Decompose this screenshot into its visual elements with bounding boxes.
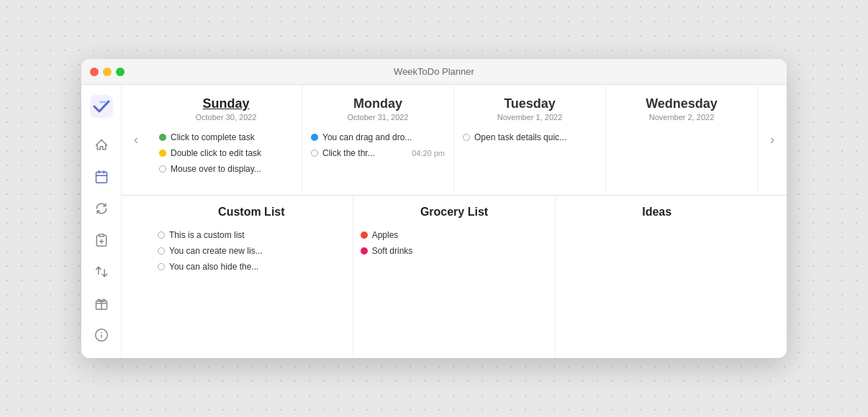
list-title-grocery: Grocery List [361,206,548,219]
list-dot [158,232,165,239]
task-text: Click the thr... [322,148,407,158]
task-text: Click to complete task [171,132,293,142]
list-dot [361,247,368,255]
sidebar-item-gift[interactable] [89,290,114,316]
gift-icon [94,296,109,311]
day-column-monday: Monday October 31, 2022 You can drag and… [302,85,454,195]
day-date-tuesday: November 1, 2022 [461,113,598,122]
day-header-wednesday: Wednesday November 2, 2022 [613,96,750,122]
day-column-tuesday: Tuesday November 1, 2022 Open task detai… [454,85,606,195]
day-name-wednesday: Wednesday [613,96,750,111]
calendar-icon [94,170,109,184]
list-dot [361,232,368,239]
minimize-button[interactable] [103,68,112,76]
task-item[interactable]: You can drag and dro... [309,130,446,145]
main-content: ‹ Sunday October 30, 2022 Click to compl… [122,85,787,358]
list-item-text: Apples [372,230,399,240]
svg-rect-2 [99,234,104,237]
list-item-text: Soft drinks [372,246,413,256]
task-dot [159,150,166,157]
list-title-ideas: Ideas [563,206,751,219]
day-header-sunday: Sunday October 30, 2022 [158,96,294,122]
task-text: Open task details quic... [474,132,597,142]
traffic-lights [90,68,125,76]
day-date-monday: October 31, 2022 [309,113,446,122]
task-item[interactable]: Open task details quic... [461,130,598,145]
svg-rect-1 [96,172,107,183]
home-icon [94,138,109,152]
list-dot [158,263,165,270]
info-icon [94,328,109,342]
list-item-text: This is a custom list [169,230,245,240]
day-column-wednesday: Wednesday November 2, 2022 [606,85,758,195]
list-item[interactable]: You can create new lis... [158,244,345,257]
day-header-tuesday: Tuesday November 1, 2022 [461,96,598,122]
task-text: You can drag and dro... [322,132,445,142]
app-body: ‹ Sunday October 30, 2022 Click to compl… [81,85,787,358]
task-dot [311,150,318,157]
list-dot [158,247,165,255]
close-button[interactable] [90,68,99,76]
task-list-sunday: Click to complete task Double click to e… [158,130,294,188]
list-item-text: You can create new lis... [169,246,263,256]
day-date-sunday: October 30, 2022 [158,113,294,122]
lists-section: Custom List This is a custom list You ca… [122,195,787,358]
list-item[interactable]: Soft drinks [361,244,548,257]
sync-icon [94,201,109,216]
main-window: WeekToDo Planner [81,59,787,358]
task-item[interactable]: Click the thr... 04:20 pm [309,146,446,160]
swap-icon [94,265,109,279]
day-date-wednesday: November 2, 2022 [613,113,750,122]
task-item[interactable]: Mouse over to display... [158,162,294,176]
task-list-wednesday [613,130,750,188]
day-column-sunday: Sunday October 30, 2022 Click to complet… [150,85,302,195]
list-column-ideas: Ideas [556,196,758,358]
task-list-monday: You can drag and dro... Click the thr...… [309,130,446,188]
sidebar-item-home[interactable] [89,132,114,158]
day-header-monday: Monday October 31, 2022 [309,96,446,122]
sidebar [81,85,122,358]
task-item[interactable]: Double click to edit task [158,146,294,160]
day-name-tuesday: Tuesday [461,96,598,111]
sidebar-item-info[interactable] [89,322,114,348]
sidebar-item-clipboard[interactable] [89,227,114,253]
task-dot [159,165,166,173]
weeks-section: ‹ Sunday October 30, 2022 Click to compl… [122,85,787,195]
list-items-custom: This is a custom list You can create new… [158,229,345,273]
task-item[interactable]: Click to complete task [158,130,294,145]
list-title-custom: Custom List [158,206,345,219]
task-text: Mouse over to display... [171,164,293,174]
list-column-grocery: Grocery List Apples Soft drinks [353,196,556,358]
list-items-grocery: Apples Soft drinks [361,229,548,257]
sidebar-item-calendar[interactable] [89,164,114,190]
list-item-text: You can also hide the... [169,262,258,272]
day-name-sunday: Sunday [158,96,294,111]
sidebar-item-swap[interactable] [89,259,114,285]
list-item[interactable]: You can also hide the... [158,260,345,273]
prev-week-button[interactable]: ‹ [126,130,146,150]
clipboard-icon [94,233,109,247]
day-name-monday: Monday [309,96,446,111]
task-dot [311,134,318,141]
titlebar: WeekToDo Planner [81,59,787,85]
sidebar-bottom [89,289,114,349]
list-item[interactable]: Apples [361,229,548,242]
list-column-custom: Custom List This is a custom list You ca… [150,196,353,358]
list-item[interactable]: This is a custom list [158,229,345,242]
task-dot [463,134,470,141]
next-week-button[interactable]: › [762,130,782,150]
task-list-tuesday: Open task details quic... [461,130,598,188]
task-text: Double click to edit task [171,148,293,158]
task-dot [159,134,166,141]
window-title: WeekToDo Planner [394,66,474,77]
task-time: 04:20 pm [412,149,445,157]
maximize-button[interactable] [116,68,125,76]
sidebar-item-sync[interactable] [89,196,114,221]
app-logo [89,93,114,119]
